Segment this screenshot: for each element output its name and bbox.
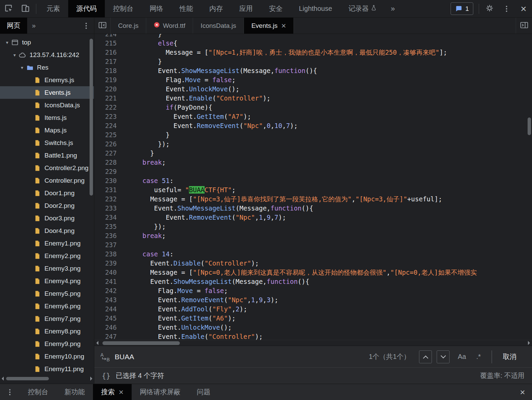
close-devtools-button[interactable]: × [515, 0, 532, 17]
tab-performance[interactable]: 性能 [171, 0, 201, 17]
code-text[interactable]: break; [124, 231, 527, 240]
code-text[interactable]: Event.ShowMessageList(Message,function()… [124, 204, 527, 213]
tree-item-battle1-png[interactable]: Battle1.png [0, 149, 94, 162]
line-number[interactable]: 238 [94, 250, 124, 259]
code-text[interactable]: else{ [124, 39, 527, 48]
line-number[interactable]: 228 [94, 158, 124, 167]
code-text[interactable]: } [124, 34, 527, 39]
tab-page[interactable]: 网页 [0, 18, 27, 34]
editor-horizontal-scrollbar[interactable] [94, 340, 532, 346]
line-number[interactable]: 221 [94, 94, 124, 103]
line-number[interactable]: 243 [94, 295, 124, 305]
tree-item-controller2-png[interactable]: Controller2.png [0, 162, 94, 174]
line-number[interactable]: 247 [94, 332, 124, 340]
device-toolbar-button[interactable] [17, 0, 34, 17]
match-case-button[interactable]: Aa [454, 353, 469, 361]
drawer-tab-search[interactable]: 搜索× [93, 384, 132, 400]
more-panels-button[interactable]: » [384, 0, 401, 17]
code-text[interactable]: Event.Enable("Controller"); [124, 94, 527, 103]
line-number[interactable]: 222 [94, 103, 124, 112]
editor-tab-word-ttf[interactable]: Word.ttf [146, 18, 193, 34]
code-text[interactable]: Flag.Move = false; [124, 75, 527, 85]
line-number[interactable]: 239 [94, 259, 124, 268]
line-number[interactable]: 225 [94, 130, 124, 140]
line-number[interactable]: 241 [94, 277, 124, 286]
more-navigator-tabs-button[interactable]: » [27, 18, 40, 34]
drawer-tab-network-request-blocking[interactable]: 网络请求屏蔽 [132, 384, 189, 400]
tab-application[interactable]: 应用 [231, 0, 261, 17]
line-number[interactable]: 227 [94, 149, 124, 158]
tree-item-enemy10-png[interactable]: Enemy10.png [0, 350, 94, 363]
previous-match-button[interactable] [419, 350, 432, 363]
code-text[interactable]: }); [124, 222, 527, 231]
tab-console[interactable]: 控制台 [105, 0, 141, 17]
toggle-debugger-sidebar-button[interactable] [516, 18, 532, 34]
sidebar-vertical-scrollbar-thumb[interactable] [90, 39, 93, 196]
drawer-tab-issues[interactable]: 问题 [189, 384, 218, 400]
tree-item-enemy3-png[interactable]: Enemy3.png [0, 262, 94, 275]
regex-button[interactable]: .* [473, 353, 484, 361]
line-number[interactable]: 224 [94, 121, 124, 130]
search-input[interactable] [115, 353, 365, 361]
code-text[interactable]: Event.Enable("Controller"); [124, 332, 527, 340]
editor-tab-events-js[interactable]: Events.js× [244, 18, 294, 34]
tree-item-123-57-4-116-242[interactable]: ▾123.57.4.116:242 [0, 49, 94, 61]
line-number[interactable]: 215 [94, 39, 124, 48]
editor-tab-core-js[interactable]: Core.js [111, 18, 146, 34]
line-number[interactable]: 245 [94, 314, 124, 323]
code-text[interactable]: Event.GetItem("A7"); [124, 112, 527, 121]
code-text[interactable]: Event.RemoveEvent("Npc",1,9,3); [124, 295, 527, 305]
cancel-button[interactable]: 取消 [492, 350, 527, 363]
line-number[interactable]: 235 [94, 222, 124, 231]
drawer-tab-whats-new[interactable]: 新功能 [56, 384, 93, 400]
code-text[interactable]: Message = ["[Npc=3,仙子]恭喜你找到了第一段芙拉格,它的值为"… [124, 195, 527, 204]
console-messages-button[interactable]: 1 [451, 2, 473, 15]
editor-horizontal-scrollbar-thumb[interactable] [102, 341, 180, 345]
code-text[interactable]: case 51: [124, 176, 527, 185]
line-number[interactable]: 232 [94, 195, 124, 204]
line-number[interactable]: 217 [94, 57, 124, 66]
code-text[interactable]: Event.AddTool("Fly",2); [124, 305, 527, 314]
line-number[interactable]: 246 [94, 323, 124, 332]
line-number[interactable]: 237 [94, 240, 124, 250]
code-text[interactable] [124, 240, 527, 250]
code-text[interactable]: } [124, 57, 527, 66]
scroll-left-arrow[interactable] [2, 377, 4, 381]
tree-item-enemy5-png[interactable]: Enemy5.png [0, 287, 94, 300]
line-number[interactable]: 216 [94, 48, 124, 57]
code-text[interactable] [124, 167, 527, 176]
line-number[interactable]: 231 [94, 185, 124, 195]
tree-item-top[interactable]: ▾top [0, 36, 94, 49]
pretty-print-button[interactable]: {} [102, 372, 110, 380]
line-number[interactable]: 236 [94, 231, 124, 240]
line-number[interactable]: 226 [94, 140, 124, 149]
line-number[interactable]: 234 [94, 213, 124, 222]
expander-arrow-icon[interactable]: ▾ [3, 40, 11, 45]
code-text[interactable]: Event.Disable("Controller"); [124, 259, 527, 268]
code-text[interactable]: case 14: [124, 250, 527, 259]
line-number[interactable]: 242 [94, 286, 124, 295]
tab-lighthouse[interactable]: Lighthouse [291, 0, 340, 17]
scroll-right-arrow[interactable] [528, 341, 530, 345]
tab-sources[interactable]: 源代码 [68, 0, 105, 17]
line-number[interactable]: 230 [94, 176, 124, 185]
toggle-navigator-button[interactable] [94, 18, 111, 34]
line-number[interactable]: 233 [94, 204, 124, 213]
scroll-left-arrow[interactable] [96, 341, 98, 345]
tree-item-controller-png[interactable]: Controller.png [0, 174, 94, 187]
code-text[interactable]: Event.ShowMessageList(Message,function()… [124, 277, 527, 286]
tree-item-enemys-js[interactable]: Enemys.js [0, 74, 94, 86]
tree-item-enemy2-png[interactable]: Enemy2.png [0, 250, 94, 262]
tree-item-enemy9-png[interactable]: Enemy9.png [0, 338, 94, 350]
scroll-right-arrow[interactable] [90, 377, 92, 381]
tree-item-door3-png[interactable]: Door3.png [0, 212, 94, 224]
tab-elements[interactable]: 元素 [38, 0, 68, 17]
editor-vertical-scrollbar[interactable] [527, 34, 532, 340]
tree-item-enemy4-png[interactable]: Enemy4.png [0, 275, 94, 287]
close-tab-button[interactable]: × [119, 388, 124, 396]
tree-item-enemy7-png[interactable]: Enemy7.png [0, 312, 94, 325]
sidebar-horizontal-scrollbar[interactable] [0, 376, 94, 382]
main-menu-button[interactable] [498, 0, 515, 17]
code-text[interactable]: } [124, 130, 527, 140]
line-number[interactable]: 240 [94, 268, 124, 277]
